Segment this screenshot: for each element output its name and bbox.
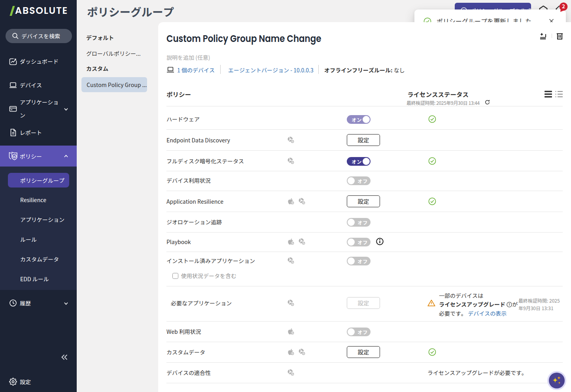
svg-text:?: ? <box>509 302 510 307</box>
svg-text:2: 2 <box>562 2 565 10</box>
